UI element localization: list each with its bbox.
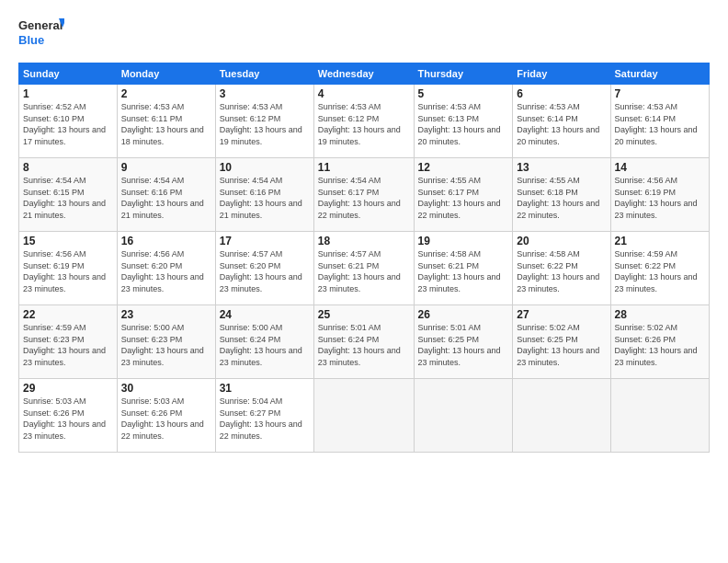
header: General Blue: [18, 15, 710, 53]
calendar-day-cell: 25Sunrise: 5:01 AMSunset: 6:24 PMDayligh…: [313, 305, 414, 379]
day-number: 30: [121, 382, 211, 395]
day-detail: Sunrise: 5:02 AMSunset: 6:26 PMDaylight:…: [615, 322, 705, 368]
day-detail: Sunrise: 4:53 AMSunset: 6:11 PMDaylight:…: [121, 101, 211, 147]
day-detail: Sunrise: 4:59 AMSunset: 6:22 PMDaylight:…: [615, 248, 705, 294]
day-number: 13: [517, 161, 606, 174]
calendar-day-cell: 6Sunrise: 4:53 AMSunset: 6:14 PMDaylight…: [513, 85, 610, 158]
day-number: 16: [121, 235, 211, 247]
day-detail: Sunrise: 4:56 AMSunset: 6:19 PMDaylight:…: [23, 248, 113, 294]
day-number: 20: [517, 235, 606, 247]
calendar-day-cell: 24Sunrise: 5:00 AMSunset: 6:24 PMDayligh…: [215, 305, 313, 379]
calendar-day-cell: 18Sunrise: 4:57 AMSunset: 6:21 PMDayligh…: [313, 232, 414, 305]
weekday-row: SundayMondayTuesdayWednesdayThursdayFrid…: [19, 63, 710, 85]
day-number: 31: [220, 382, 310, 395]
day-number: 9: [121, 161, 211, 174]
day-number: 3: [220, 87, 310, 100]
weekday-header-thursday: Thursday: [414, 63, 513, 85]
calendar-week-row: 8Sunrise: 4:54 AMSunset: 6:15 PMDaylight…: [19, 158, 710, 232]
calendar-day-cell: 3Sunrise: 4:53 AMSunset: 6:12 PMDaylight…: [215, 85, 313, 158]
day-detail: Sunrise: 4:52 AMSunset: 6:10 PMDaylight:…: [23, 101, 113, 147]
day-detail: Sunrise: 5:01 AMSunset: 6:24 PMDaylight:…: [318, 322, 410, 368]
calendar-day-cell: 22Sunrise: 4:59 AMSunset: 6:23 PMDayligh…: [19, 305, 118, 379]
weekday-header-saturday: Saturday: [610, 63, 709, 85]
calendar-day-cell: [513, 379, 610, 453]
day-number: 6: [517, 87, 606, 100]
day-number: 14: [615, 161, 705, 174]
weekday-header-wednesday: Wednesday: [313, 63, 414, 85]
day-detail: Sunrise: 4:57 AMSunset: 6:21 PMDaylight:…: [318, 248, 410, 294]
calendar-day-cell: 11Sunrise: 4:54 AMSunset: 6:17 PMDayligh…: [313, 158, 414, 232]
day-detail: Sunrise: 4:54 AMSunset: 6:16 PMDaylight:…: [121, 175, 211, 221]
svg-text:General: General: [18, 18, 63, 32]
day-number: 21: [615, 235, 705, 247]
day-number: 24: [220, 308, 310, 321]
day-detail: Sunrise: 5:02 AMSunset: 6:25 PMDaylight:…: [517, 322, 606, 368]
day-number: 18: [318, 235, 410, 247]
calendar-day-cell: 8Sunrise: 4:54 AMSunset: 6:15 PMDaylight…: [19, 158, 118, 232]
calendar-day-cell: 10Sunrise: 4:54 AMSunset: 6:16 PMDayligh…: [215, 158, 313, 232]
calendar-day-cell: 12Sunrise: 4:55 AMSunset: 6:17 PMDayligh…: [414, 158, 513, 232]
day-number: 19: [418, 235, 509, 247]
calendar-day-cell: 21Sunrise: 4:59 AMSunset: 6:22 PMDayligh…: [610, 232, 709, 305]
calendar-day-cell: 15Sunrise: 4:56 AMSunset: 6:19 PMDayligh…: [19, 232, 118, 305]
calendar-day-cell: 14Sunrise: 4:56 AMSunset: 6:19 PMDayligh…: [610, 158, 709, 232]
calendar-header: SundayMondayTuesdayWednesdayThursdayFrid…: [19, 63, 710, 85]
calendar-day-cell: 7Sunrise: 4:53 AMSunset: 6:14 PMDaylight…: [610, 85, 709, 158]
day-detail: Sunrise: 4:58 AMSunset: 6:21 PMDaylight:…: [418, 248, 509, 294]
day-number: 10: [220, 161, 310, 174]
day-detail: Sunrise: 4:59 AMSunset: 6:23 PMDaylight:…: [23, 322, 113, 368]
day-number: 29: [23, 382, 113, 395]
page: General Blue SundayMondayTuesdayWednesda…: [0, 0, 728, 563]
calendar-day-cell: 9Sunrise: 4:54 AMSunset: 6:16 PMDaylight…: [117, 158, 215, 232]
day-number: 12: [418, 161, 509, 174]
day-detail: Sunrise: 4:58 AMSunset: 6:22 PMDaylight:…: [517, 248, 606, 294]
calendar-body: 1Sunrise: 4:52 AMSunset: 6:10 PMDaylight…: [19, 85, 710, 453]
day-number: 17: [220, 235, 310, 247]
day-detail: Sunrise: 5:04 AMSunset: 6:27 PMDaylight:…: [220, 396, 310, 442]
day-detail: Sunrise: 4:57 AMSunset: 6:20 PMDaylight:…: [220, 248, 310, 294]
calendar-day-cell: 28Sunrise: 5:02 AMSunset: 6:26 PMDayligh…: [610, 305, 709, 379]
calendar-day-cell: 20Sunrise: 4:58 AMSunset: 6:22 PMDayligh…: [513, 232, 610, 305]
calendar-week-row: 22Sunrise: 4:59 AMSunset: 6:23 PMDayligh…: [19, 305, 710, 379]
day-number: 4: [318, 87, 410, 100]
calendar-day-cell: 5Sunrise: 4:53 AMSunset: 6:13 PMDaylight…: [414, 85, 513, 158]
day-detail: Sunrise: 4:53 AMSunset: 6:12 PMDaylight:…: [220, 101, 310, 147]
calendar-week-row: 29Sunrise: 5:03 AMSunset: 6:26 PMDayligh…: [19, 379, 710, 453]
day-detail: Sunrise: 5:03 AMSunset: 6:26 PMDaylight:…: [23, 396, 113, 442]
day-number: 27: [517, 308, 606, 321]
weekday-header-tuesday: Tuesday: [215, 63, 313, 85]
calendar-day-cell: 23Sunrise: 5:00 AMSunset: 6:23 PMDayligh…: [117, 305, 215, 379]
day-detail: Sunrise: 5:01 AMSunset: 6:25 PMDaylight:…: [418, 322, 509, 368]
day-number: 8: [23, 161, 113, 174]
day-detail: Sunrise: 4:56 AMSunset: 6:19 PMDaylight:…: [615, 175, 705, 221]
day-number: 11: [318, 161, 410, 174]
calendar-table: SundayMondayTuesdayWednesdayThursdayFrid…: [18, 63, 710, 453]
calendar-day-cell: 29Sunrise: 5:03 AMSunset: 6:26 PMDayligh…: [19, 379, 118, 453]
day-detail: Sunrise: 4:53 AMSunset: 6:13 PMDaylight:…: [418, 101, 509, 147]
svg-text:Blue: Blue: [18, 33, 44, 47]
day-detail: Sunrise: 4:53 AMSunset: 6:14 PMDaylight:…: [615, 101, 705, 147]
day-detail: Sunrise: 4:55 AMSunset: 6:17 PMDaylight:…: [418, 175, 509, 221]
calendar-week-row: 1Sunrise: 4:52 AMSunset: 6:10 PMDaylight…: [19, 85, 710, 158]
calendar-week-row: 15Sunrise: 4:56 AMSunset: 6:19 PMDayligh…: [19, 232, 710, 305]
calendar-day-cell: 2Sunrise: 4:53 AMSunset: 6:11 PMDaylight…: [117, 85, 215, 158]
day-number: 7: [615, 87, 705, 100]
calendar-day-cell: 1Sunrise: 4:52 AMSunset: 6:10 PMDaylight…: [19, 85, 118, 158]
day-detail: Sunrise: 4:54 AMSunset: 6:15 PMDaylight:…: [23, 175, 113, 221]
weekday-header-monday: Monday: [117, 63, 215, 85]
calendar-day-cell: 16Sunrise: 4:56 AMSunset: 6:20 PMDayligh…: [117, 232, 215, 305]
calendar-day-cell: 13Sunrise: 4:55 AMSunset: 6:18 PMDayligh…: [513, 158, 610, 232]
weekday-header-friday: Friday: [513, 63, 610, 85]
day-number: 28: [615, 308, 705, 321]
calendar-day-cell: 4Sunrise: 4:53 AMSunset: 6:12 PMDaylight…: [313, 85, 414, 158]
day-detail: Sunrise: 5:00 AMSunset: 6:23 PMDaylight:…: [121, 322, 211, 368]
day-detail: Sunrise: 5:00 AMSunset: 6:24 PMDaylight:…: [220, 322, 310, 368]
day-number: 5: [418, 87, 509, 100]
weekday-header-sunday: Sunday: [19, 63, 118, 85]
calendar-day-cell: 30Sunrise: 5:03 AMSunset: 6:26 PMDayligh…: [117, 379, 215, 453]
day-number: 15: [23, 235, 113, 247]
calendar-day-cell: 27Sunrise: 5:02 AMSunset: 6:25 PMDayligh…: [513, 305, 610, 379]
day-detail: Sunrise: 5:03 AMSunset: 6:26 PMDaylight:…: [121, 396, 211, 442]
calendar-day-cell: [414, 379, 513, 453]
day-detail: Sunrise: 4:55 AMSunset: 6:18 PMDaylight:…: [517, 175, 606, 221]
